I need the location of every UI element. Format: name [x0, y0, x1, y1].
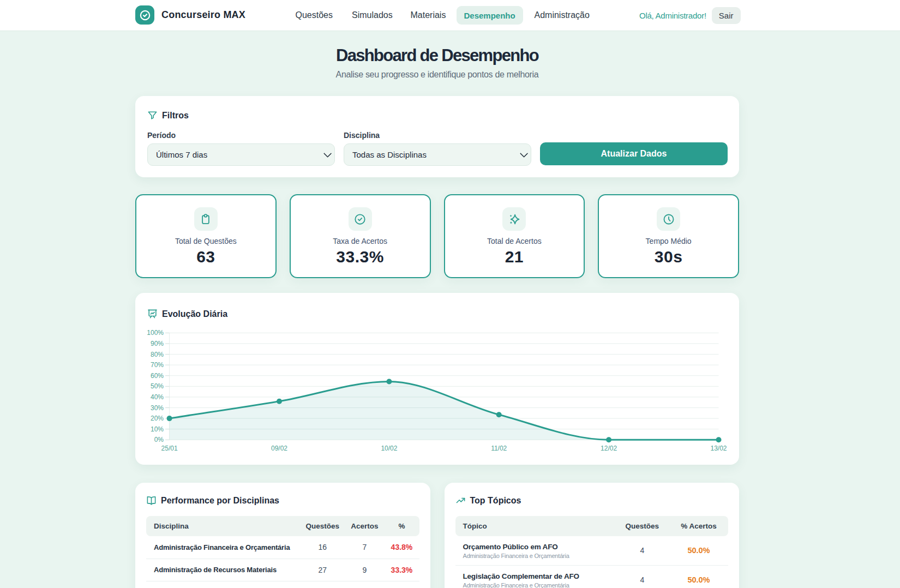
svg-text:09/02: 09/02: [271, 445, 287, 452]
svg-text:10%: 10%: [151, 425, 164, 433]
svg-text:90%: 90%: [151, 340, 164, 347]
svg-text:13/02: 13/02: [710, 445, 727, 452]
svg-text:60%: 60%: [151, 372, 164, 380]
svg-text:100%: 100%: [147, 329, 164, 337]
svg-text:20%: 20%: [151, 415, 164, 422]
svg-text:50%: 50%: [151, 382, 164, 390]
svg-text:12/02: 12/02: [601, 445, 617, 452]
svg-text:11/02: 11/02: [491, 445, 507, 452]
svg-text:80%: 80%: [151, 351, 164, 358]
svg-text:70%: 70%: [151, 361, 164, 369]
svg-text:30%: 30%: [151, 404, 164, 412]
svg-text:0%: 0%: [154, 436, 164, 443]
svg-text:25/01: 25/01: [161, 445, 178, 452]
svg-text:40%: 40%: [151, 393, 164, 401]
svg-text:10/02: 10/02: [381, 445, 397, 452]
